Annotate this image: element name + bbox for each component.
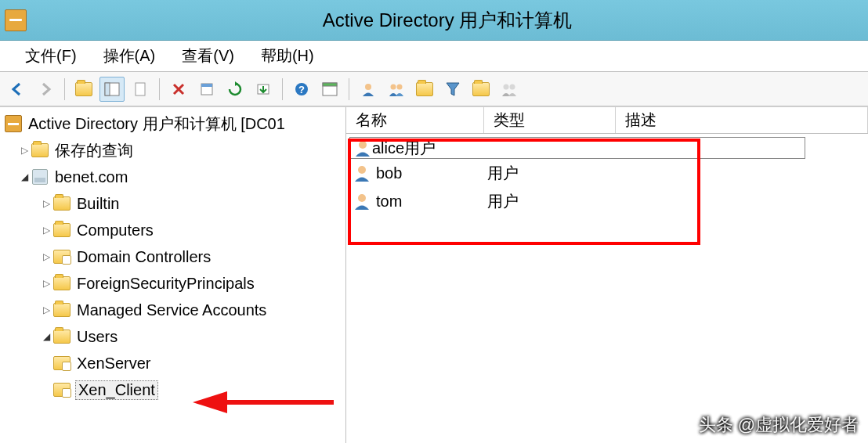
show-hide-tree-button[interactable] bbox=[99, 77, 125, 102]
column-headers: 名称 类型 描述 bbox=[346, 107, 868, 134]
tree-computers[interactable]: ▷ Computers bbox=[0, 217, 345, 243]
xenserver-label: XenServer bbox=[75, 355, 153, 373]
svg-point-16 bbox=[358, 166, 366, 174]
svg-point-11 bbox=[391, 84, 396, 89]
svg-rect-9 bbox=[323, 83, 337, 86]
menu-file[interactable]: 文件(F) bbox=[14, 41, 88, 71]
new-group-button[interactable] bbox=[384, 77, 409, 102]
svg-point-17 bbox=[358, 194, 366, 202]
titlebar: Active Directory 用户和计算机 bbox=[0, 0, 868, 41]
svg-rect-1 bbox=[105, 83, 110, 95]
users-label: Users bbox=[75, 328, 119, 346]
svg-point-10 bbox=[365, 84, 371, 90]
watermark: 头条 @虚拟化爱好者 bbox=[699, 413, 859, 437]
search-button[interactable] bbox=[468, 77, 494, 102]
svg-point-15 bbox=[359, 141, 367, 149]
menu-view[interactable]: 查看(V) bbox=[171, 41, 245, 71]
back-button[interactable] bbox=[5, 77, 30, 102]
menu-action[interactable]: 操作(A) bbox=[92, 41, 167, 71]
expand-icon[interactable]: ▷ bbox=[39, 278, 53, 289]
folder-icon bbox=[53, 196, 71, 211]
folder-icon bbox=[53, 223, 71, 237]
app-icon bbox=[5, 9, 27, 31]
tree-msa[interactable]: ▷ Managed Service Accounts bbox=[0, 297, 345, 323]
tree-saved-queries[interactable]: ▷ 保存的查询 bbox=[0, 137, 345, 164]
main-panel: Active Directory 用户和计算机 [DC01 ▷ 保存的查询 ◢ … bbox=[0, 106, 868, 443]
add-to-group-button[interactable] bbox=[497, 77, 522, 102]
column-desc[interactable]: 描述 bbox=[616, 107, 868, 133]
msa-label: Managed Service Accounts bbox=[75, 301, 268, 319]
list-row-tom[interactable]: tom 用户 bbox=[346, 187, 868, 215]
new-user-button[interactable] bbox=[356, 77, 381, 102]
cell-name: bob bbox=[376, 164, 487, 182]
tree-xen-client[interactable]: Xen_Client bbox=[0, 376, 345, 403]
forward-button[interactable] bbox=[33, 77, 58, 102]
svg-rect-4 bbox=[201, 84, 212, 87]
delete-button[interactable] bbox=[166, 77, 191, 102]
ou-folder-icon bbox=[53, 383, 71, 397]
expand-icon[interactable]: ▷ bbox=[39, 251, 53, 262]
list-row-bob[interactable]: bob 用户 bbox=[346, 159, 868, 187]
fsp-label: ForeignSecurityPrincipals bbox=[75, 275, 256, 293]
up-folder-button[interactable] bbox=[71, 77, 96, 102]
column-type[interactable]: 类型 bbox=[484, 107, 616, 133]
menu-help[interactable]: 帮助(H) bbox=[250, 41, 325, 71]
domain-label: benet.com bbox=[53, 168, 129, 186]
menu-bar: 文件(F) 操作(A) 查看(V) 帮助(H) bbox=[0, 41, 868, 72]
new-ou-button[interactable] bbox=[412, 77, 437, 102]
tree-xenserver[interactable]: XenServer bbox=[0, 350, 345, 376]
help-button[interactable]: ? bbox=[289, 77, 314, 102]
ou-folder-icon bbox=[53, 356, 71, 370]
collapse-icon[interactable]: ◢ bbox=[39, 331, 53, 342]
cell-name: tom bbox=[376, 193, 487, 211]
folder-icon bbox=[472, 82, 490, 96]
cut-button[interactable] bbox=[128, 77, 153, 102]
ou-folder-icon bbox=[53, 250, 71, 264]
properties-button[interactable] bbox=[194, 77, 219, 102]
find-button[interactable] bbox=[317, 77, 342, 102]
window-title: Active Directory 用户和计算机 bbox=[31, 8, 863, 33]
svg-text:?: ? bbox=[298, 84, 305, 95]
domain-controllers-label: Domain Controllers bbox=[75, 248, 212, 266]
folder-icon bbox=[75, 82, 92, 96]
column-name[interactable]: 名称 bbox=[346, 107, 484, 133]
builtin-label: Builtin bbox=[75, 195, 121, 213]
refresh-button[interactable] bbox=[222, 77, 248, 102]
collapse-icon[interactable]: ◢ bbox=[17, 171, 31, 182]
expand-icon[interactable]: ▷ bbox=[17, 145, 31, 156]
expand-icon[interactable]: ▷ bbox=[39, 225, 53, 236]
user-icon bbox=[353, 192, 371, 211]
toolbar: ? bbox=[0, 72, 868, 106]
tree-root[interactable]: Active Directory 用户和计算机 [DC01 bbox=[0, 110, 345, 137]
user-icon bbox=[353, 139, 372, 157]
svg-point-13 bbox=[504, 84, 509, 89]
xen-client-label: Xen_Client bbox=[75, 380, 158, 400]
cell-type: 用户 bbox=[404, 138, 436, 159]
cell-type: 用户 bbox=[487, 163, 619, 184]
user-icon bbox=[353, 164, 371, 182]
cell-name: alice bbox=[372, 139, 404, 157]
folder-icon bbox=[416, 82, 433, 96]
domain-icon bbox=[32, 169, 48, 185]
folder-icon bbox=[31, 143, 49, 157]
mmc-icon bbox=[5, 115, 22, 132]
tree-builtin[interactable]: ▷ Builtin bbox=[0, 190, 345, 217]
svg-point-12 bbox=[397, 84, 403, 89]
tree-domain-controllers[interactable]: ▷ Domain Controllers bbox=[0, 243, 345, 270]
cell-type: 用户 bbox=[487, 191, 619, 212]
list-row-alice[interactable]: alice 用户 bbox=[349, 137, 805, 159]
expand-icon[interactable]: ▷ bbox=[39, 198, 53, 209]
folder-icon bbox=[53, 330, 71, 344]
saved-queries-label: 保存的查询 bbox=[53, 140, 135, 161]
export-button[interactable] bbox=[251, 77, 276, 102]
filter-button[interactable] bbox=[440, 77, 465, 102]
folder-icon bbox=[53, 276, 71, 290]
expand-icon[interactable]: ▷ bbox=[39, 304, 53, 315]
list-pane[interactable]: 名称 类型 描述 alice 用户 bob 用户 tom 用户 bbox=[346, 107, 868, 443]
tree-domain[interactable]: ◢ benet.com bbox=[0, 164, 345, 190]
tree-pane[interactable]: Active Directory 用户和计算机 [DC01 ▷ 保存的查询 ◢ … bbox=[0, 107, 346, 443]
svg-point-14 bbox=[510, 84, 515, 89]
tree-fsp[interactable]: ▷ ForeignSecurityPrincipals bbox=[0, 270, 345, 297]
folder-icon bbox=[53, 303, 71, 317]
tree-users[interactable]: ◢ Users bbox=[0, 323, 345, 350]
